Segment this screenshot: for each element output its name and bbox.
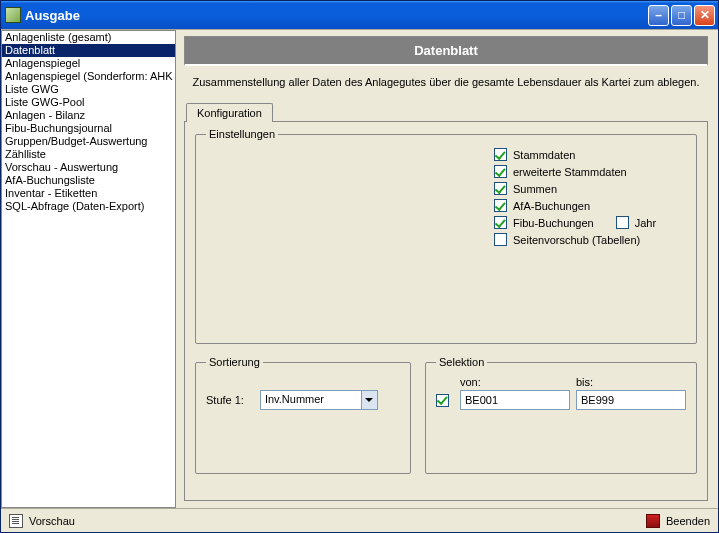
checkbox[interactable] (616, 216, 629, 229)
selection-legend: Selektion (436, 356, 487, 368)
sidebar-item[interactable]: Fibu-Buchungsjournal (2, 122, 175, 135)
report-description: Zusammenstellung aller Daten des Anlageg… (184, 66, 708, 102)
preview-button[interactable]: Vorschau (29, 515, 75, 527)
tab-konfiguration[interactable]: Konfiguration (186, 103, 273, 122)
app-window: Ausgabe – □ ✕ Anlagenliste (gesamt)Daten… (0, 0, 719, 533)
checkbox[interactable] (494, 199, 507, 212)
client-area: Anlagenliste (gesamt)DatenblattAnlagensp… (1, 29, 718, 532)
checkbox-label: Jahr (635, 217, 656, 229)
checkbox[interactable] (494, 216, 507, 229)
selection-from-label: von: (460, 376, 570, 388)
checkbox-row: Seitenvorschub (Tabellen) (494, 231, 656, 248)
close-button[interactable]: ✕ (694, 5, 715, 26)
checkbox[interactable] (494, 165, 507, 178)
sort-legend: Sortierung (206, 356, 263, 368)
checkbox-label: Summen (513, 183, 557, 195)
sort-level1-value: Inv.Nummer (261, 391, 361, 409)
checkbox-row: Summen (494, 180, 656, 197)
sidebar-item[interactable]: Datenblatt (2, 44, 175, 57)
selection-group: Selektion von: bis: (425, 356, 697, 474)
sidebar-item[interactable]: Anlagenspiegel (Sonderform: AHK und (2, 70, 175, 83)
checkbox[interactable] (494, 182, 507, 195)
checkbox-row: Stammdaten (494, 146, 656, 163)
close-app-button[interactable]: Beenden (666, 515, 710, 527)
sort-level1-combo[interactable]: Inv.Nummer (260, 390, 378, 410)
settings-legend: Einstellungen (206, 128, 278, 140)
sidebar-item[interactable]: Anlagen - Bilanz (2, 109, 175, 122)
sidebar-item[interactable]: Liste GWG-Pool (2, 96, 175, 109)
exit-icon (646, 514, 660, 528)
minimize-button[interactable]: – (648, 5, 669, 26)
window-title: Ausgabe (25, 8, 648, 23)
selection-to-label: bis: (576, 376, 686, 388)
document-icon (9, 514, 23, 528)
selection-to-input[interactable] (576, 390, 686, 410)
checkbox-label: erweiterte Stammdaten (513, 166, 627, 178)
report-list[interactable]: Anlagenliste (gesamt)DatenblattAnlagensp… (1, 30, 176, 508)
settings-group: Einstellungen Stammdatenerweiterte Stamm… (195, 128, 697, 344)
checkbox[interactable] (494, 233, 507, 246)
chevron-down-icon[interactable] (361, 391, 377, 409)
statusbar: Vorschau Beenden (1, 508, 718, 532)
checkbox-label: Seitenvorschub (Tabellen) (513, 234, 640, 246)
titlebar[interactable]: Ausgabe – □ ✕ (1, 1, 718, 29)
sidebar-item[interactable]: Anlagenliste (gesamt) (2, 31, 175, 44)
main-panel: Datenblatt Zusammenstellung aller Daten … (176, 30, 718, 508)
selection-from-input[interactable] (460, 390, 570, 410)
sidebar-item[interactable]: SQL-Abfrage (Daten-Export) (2, 200, 175, 213)
checkbox-row: AfA-Buchungen (494, 197, 656, 214)
tab-page: Einstellungen Stammdatenerweiterte Stamm… (184, 121, 708, 501)
checkbox[interactable] (494, 148, 507, 161)
sidebar-item[interactable]: AfA-Buchungsliste (2, 174, 175, 187)
checkbox-row: erweiterte Stammdaten (494, 163, 656, 180)
app-icon (5, 7, 21, 23)
selection-enable-checkbox[interactable] (436, 394, 449, 407)
sidebar-item[interactable]: Anlagenspiegel (2, 57, 175, 70)
sidebar-item[interactable]: Gruppen/Budget-Auswertung (2, 135, 175, 148)
checkbox-label: Fibu-Buchungen (513, 217, 594, 229)
sort-group: Sortierung Stufe 1: Inv.Nummer (195, 356, 411, 474)
report-header: Datenblatt (184, 36, 708, 66)
checkbox-row: Fibu-BuchungenJahr (494, 214, 656, 231)
sidebar-item[interactable]: Inventar - Etiketten (2, 187, 175, 200)
sidebar-item[interactable]: Vorschau - Auswertung (2, 161, 175, 174)
sort-label: Stufe 1: (206, 394, 244, 406)
checkbox-label: Stammdaten (513, 149, 575, 161)
maximize-button[interactable]: □ (671, 5, 692, 26)
checkbox-label: AfA-Buchungen (513, 200, 590, 212)
sidebar-item[interactable]: Zählliste (2, 148, 175, 161)
sidebar-item[interactable]: Liste GWG (2, 83, 175, 96)
